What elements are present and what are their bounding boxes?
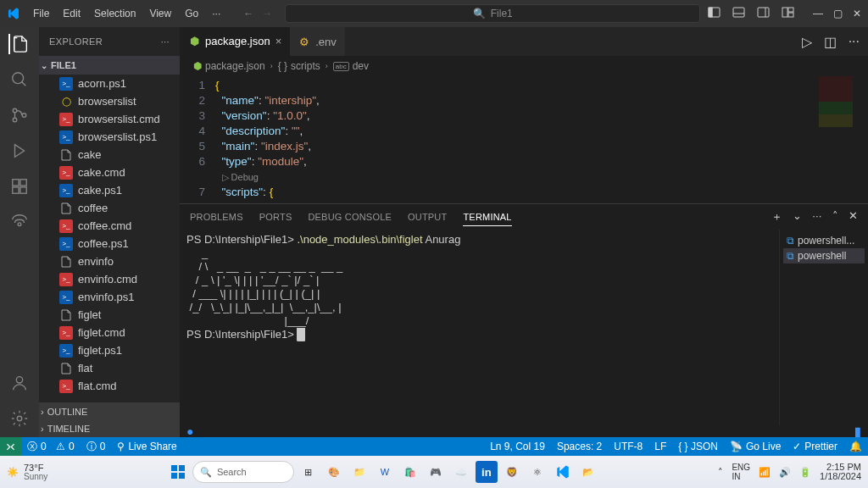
word-icon[interactable]: W [374,461,396,483]
layout-panel-left-icon[interactable] [708,6,721,21]
status-ports[interactable]: ⓘ0 [81,437,112,456]
tab-package-json[interactable]: ⬢ package.json × [180,27,290,56]
file-item[interactable]: >_cake.cmd [39,164,180,181]
outline-section[interactable]: ›OUTLINE [39,403,180,420]
file-item[interactable]: flat [39,359,180,377]
start-icon[interactable] [167,461,189,483]
onedrive-icon[interactable]: ☁️ [450,461,472,483]
file-item[interactable]: >_browserslist.ps1 [39,128,180,146]
activity-source-control-icon[interactable] [9,105,30,125]
file-item[interactable]: >_envinfo.cmd [39,270,180,288]
file-item[interactable]: >_cake.ps1 [39,181,180,199]
menu-go[interactable]: Go [179,4,204,23]
activity-account-icon[interactable] [9,373,30,393]
file-item[interactable]: >_acorn.ps1 [39,75,180,92]
timeline-section[interactable]: ›TIMELINE [39,420,180,437]
code-editor[interactable]: 1234567 { "name": "intership", "version"… [180,76,868,203]
tray-chevron-icon[interactable]: ˄ [718,467,723,478]
folder-root[interactable]: ⌄ FILE1 [39,56,180,75]
remote-indicator[interactable] [0,437,21,456]
panel-tab-debug-console[interactable]: DEBUG CONSOLE [308,208,392,225]
new-terminal-icon[interactable]: ＋ [771,206,782,228]
breadcrumbs[interactable]: ⬢ package.json › { } scripts › abc dev [180,56,868,76]
panel-tab-problems[interactable]: PROBLEMS [190,208,243,225]
more-icon[interactable]: ··· [849,34,860,49]
menu-overflow[interactable]: ··· [206,4,226,23]
breadcrumb-item[interactable]: dev [353,60,369,72]
layout-panel-right-icon[interactable] [757,6,770,21]
linkedin-icon[interactable]: in [476,461,498,483]
layout-customize-icon[interactable] [782,6,794,21]
explorer-icon[interactable]: 📁 [348,461,370,483]
file-item[interactable]: ◯browserslist [39,92,180,110]
file-item[interactable]: envinfo [39,252,180,270]
terminal-tab[interactable]: ⧉powershell... [783,233,865,248]
status-cursor-position[interactable]: Ln 9, Col 19 [484,437,551,456]
tray-clock[interactable]: 2:15 PM 1/18/2024 [820,463,861,481]
terminal-more-icon[interactable]: ··· [812,206,821,228]
taskbar-search[interactable]: 🔍Search [192,461,294,483]
file-item[interactable]: figlet [39,306,180,324]
file-item[interactable]: >_coffee.cmd [39,217,180,235]
activity-extensions-icon[interactable] [9,176,30,197]
explorer-more-icon[interactable]: ··· [161,36,170,47]
menu-view[interactable]: View [143,4,177,23]
breadcrumb-item[interactable]: scripts [291,60,320,72]
file-item[interactable]: >_flat.cmd [39,377,180,395]
chatgpt-icon[interactable]: ⚛ [526,461,548,483]
taskbar-weather[interactable]: ☀️ 73°F Sunny [7,463,47,481]
status-go-live[interactable]: 📡Go Live [724,437,787,456]
menu-file[interactable]: File [27,4,55,23]
brave-icon[interactable]: 🦁 [501,461,523,483]
store-icon[interactable]: 🛍️ [399,461,421,483]
activity-settings-icon[interactable] [9,408,30,429]
activity-search-icon[interactable] [9,69,30,90]
panel-tab-ports[interactable]: PORTS [259,208,292,225]
terminal-tab[interactable]: ⧉powershell [783,248,865,263]
widgets-icon[interactable]: 🎨 [323,461,345,483]
panel-close-icon[interactable]: ✕ [849,206,858,228]
nav-back-icon[interactable]: ← [243,8,253,19]
task-view-icon[interactable]: ⊞ [298,461,320,483]
terminal[interactable]: PS D:\Intership\File1> .\node_modules\.b… [180,230,779,425]
status-errors[interactable]: ⓧ0 ⚠0 [21,437,81,456]
status-encoding[interactable]: UTF-8 [608,437,648,456]
close-icon[interactable]: × [275,35,282,47]
terminal-dropdown-icon[interactable]: ⌄ [793,206,802,228]
file-item[interactable]: >_figlet.cmd [39,324,180,341]
code-content[interactable]: { "name": "intership", "version": "1.0.0… [215,76,320,203]
panel-tab-terminal[interactable]: TERMINAL [463,208,511,226]
window-maximize-icon[interactable]: ▢ [833,8,843,19]
vscode-icon[interactable] [552,461,574,483]
activity-remote-icon[interactable] [9,212,30,232]
window-close-icon[interactable]: ✕ [853,8,861,19]
breadcrumb-item[interactable]: package.json [205,60,265,72]
folder-icon[interactable]: 📂 [577,461,599,483]
status-language[interactable]: { } JSON [672,437,724,456]
nav-forward-icon[interactable]: → [262,8,272,19]
status-indent[interactable]: Spaces: 2 [551,437,608,456]
file-item[interactable]: >_envinfo.ps1 [39,288,180,306]
tray-wifi-icon[interactable]: 📶 [759,467,771,478]
menu-selection[interactable]: Selection [88,4,142,23]
tray-battery-icon[interactable]: 🔋 [799,467,811,478]
file-item[interactable]: >_coffee.ps1 [39,235,180,252]
file-item[interactable]: cake [39,146,180,164]
command-center[interactable]: 🔍 File1 [285,4,700,23]
activity-explorer-icon[interactable] [8,34,29,54]
status-eol[interactable]: LF [648,437,672,456]
panel-maximize-icon[interactable]: ˄ [832,206,838,228]
file-item[interactable]: >_figlet.ps1 [39,341,180,359]
layout-panel-bottom-icon[interactable] [732,6,745,21]
tray-volume-icon[interactable]: 🔊 [779,467,791,478]
xbox-icon[interactable]: 🎮 [425,461,447,483]
file-item[interactable]: coffee [39,199,180,217]
tray-language[interactable]: ENGIN [732,463,750,481]
status-live-share[interactable]: ⚲Live Share [111,437,182,456]
window-minimize-icon[interactable]: — [813,8,823,19]
activity-run-debug-icon[interactable] [9,141,30,161]
panel-tab-output[interactable]: OUTPUT [408,208,447,225]
split-editor-icon[interactable]: ◫ [824,34,837,50]
tab-env[interactable]: ⚙ .env [290,27,345,56]
run-icon[interactable]: ▷ [802,34,812,50]
